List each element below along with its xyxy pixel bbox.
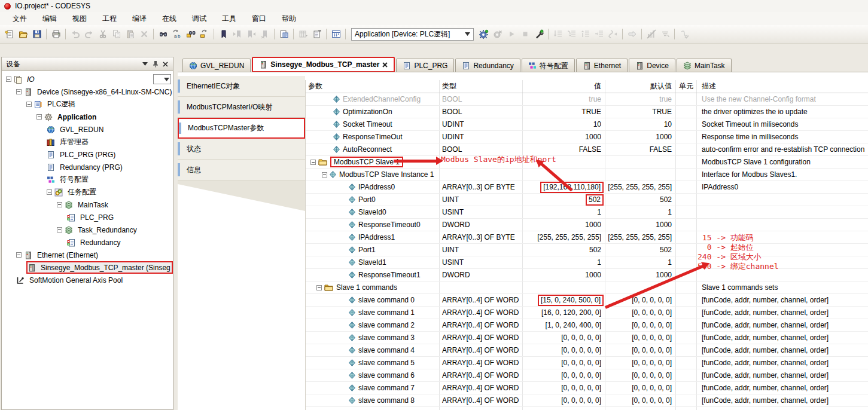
- collapse-icon[interactable]: [57, 227, 62, 232]
- param-row-slave-command-4[interactable]: slave command 4ARRAY[0..4] OF WORD[0, 0,…: [306, 344, 868, 357]
- tree-item-plc-prg-prg[interactable]: PLC_PRG (PRG): [2, 148, 173, 161]
- collapse-icon[interactable]: [36, 114, 42, 120]
- panel-menu-icon[interactable]: [140, 59, 150, 69]
- find-in-files-icon[interactable]: [184, 27, 197, 41]
- tab-sinsegye-modbus-tcp-master[interactable]: Sinsegye_Modbus_TCP_master: [252, 57, 395, 72]
- column-header-描述[interactable]: 描述: [696, 80, 868, 93]
- param-value-cell[interactable]: 1: [522, 256, 605, 268]
- dialog-tab-信息[interactable]: 信息: [178, 160, 305, 180]
- param-value-cell[interactable]: [0, 0, 0, 0, 0]: [522, 394, 605, 406]
- collapse-icon[interactable]: [47, 189, 52, 195]
- tree-item-redundancy-prg[interactable]: Redundancy (PRG): [2, 161, 173, 173]
- menu-工具[interactable]: 工具: [214, 12, 244, 26]
- collapse-icon[interactable]: [322, 172, 327, 178]
- tree-item-符号配置[interactable]: 符号配置: [2, 173, 173, 186]
- param-row-ipaddress0[interactable]: IPAddress0ARRAY[0..3] OF BYTE[192,168,11…: [306, 181, 868, 194]
- param-value-cell[interactable]: 10: [522, 118, 605, 130]
- tree-item-gvl-redun[interactable]: GVL_REDUN: [2, 123, 173, 136]
- menu-窗口[interactable]: 窗口: [244, 12, 274, 26]
- dialog-tab-ethernetiec对象[interactable]: EthernetIEC对象: [178, 76, 305, 97]
- pin-icon[interactable]: [150, 59, 160, 69]
- menu-调试[interactable]: 调试: [184, 12, 214, 26]
- collapse-icon[interactable]: [6, 77, 11, 82]
- find-icon[interactable]: [156, 27, 170, 41]
- param-value-cell[interactable]: 502: [522, 194, 605, 206]
- param-value-cell[interactable]: [0, 0, 0, 0, 0]: [522, 357, 605, 369]
- tree-item-库管理器[interactable]: 库管理器: [2, 136, 173, 148]
- param-value-cell[interactable]: [522, 156, 605, 168]
- login-icon[interactable]: [477, 27, 491, 41]
- column-header-类型[interactable]: 类型: [439, 80, 522, 93]
- tree-item-任务配置[interactable]: 任务配置: [2, 186, 173, 198]
- menu-文件[interactable]: 文件: [5, 12, 35, 26]
- param-row-slave-command-0[interactable]: slave command 0ARRAY[0..4] OF WORD[15, 0…: [306, 294, 868, 307]
- tab-device[interactable]: Device: [629, 59, 675, 72]
- tree-item-plc-prg[interactable]: PLC_PRG: [2, 211, 173, 224]
- collapse-icon[interactable]: [26, 102, 32, 107]
- param-value-cell[interactable]: [1, 0, 240, 400, 0]: [522, 319, 605, 331]
- tab-plc-prg[interactable]: PLC_PRG: [396, 59, 454, 72]
- close-icon[interactable]: [160, 59, 170, 69]
- collapse-icon[interactable]: [316, 285, 322, 290]
- app-selector-combo[interactable]: Application [Device: PLC逻辑]: [351, 28, 474, 41]
- tree-item-redundancy[interactable]: Redundancy: [2, 236, 173, 249]
- param-value-cell[interactable]: TRUE: [522, 106, 605, 118]
- replace-icon[interactable]: ab: [170, 27, 184, 41]
- param-row-slave-command-2[interactable]: slave command 2ARRAY[0..4] OF WORD[1, 0,…: [306, 319, 868, 332]
- menu-帮助[interactable]: 帮助: [274, 12, 304, 26]
- column-header-值[interactable]: 值: [522, 80, 605, 93]
- param-value-cell[interactable]: [255, 255, 255, 255]: [522, 231, 605, 243]
- tab-redundancy[interactable]: Redundancy: [455, 59, 520, 72]
- menu-编译[interactable]: 编译: [124, 12, 154, 26]
- tree-item-ethernet-ethernet[interactable]: Ethernet (Ethernet): [2, 249, 173, 261]
- param-row-ipaddress1[interactable]: IPAddress1ARRAY[0..3] OF BYTE[255, 255, …: [306, 231, 868, 244]
- tree-item-io[interactable]: IO: [2, 73, 173, 85]
- param-row-responsetimeout[interactable]: ResponseTimeOutUDINT10001000Response tim…: [306, 131, 868, 143]
- debug-settings-icon[interactable]: [532, 27, 546, 41]
- menu-编辑[interactable]: 编辑: [35, 12, 65, 26]
- param-value-cell[interactable]: [192,168,110,180]: [522, 181, 605, 193]
- param-value-cell[interactable]: [0, 0, 0, 0, 0]: [522, 332, 605, 344]
- param-row-slave-command-1[interactable]: slave command 1ARRAY[0..4] OF WORD[16, 0…: [306, 307, 868, 319]
- param-row-autoreconnect[interactable]: AutoReconnectBOOLFALSEFALSEauto-confirm …: [306, 143, 868, 156]
- param-value-cell[interactable]: [522, 169, 605, 180]
- param-row-slaveid1[interactable]: SlaveId1USINT11: [306, 256, 868, 269]
- save-icon[interactable]: [30, 27, 44, 41]
- tree-item-application[interactable]: Application: [2, 111, 173, 123]
- param-value-cell[interactable]: [0, 0, 0, 0, 0]: [522, 369, 605, 381]
- menu-视图[interactable]: 视图: [65, 12, 95, 26]
- column-header-单元[interactable]: 单元: [675, 80, 696, 93]
- tree-item-device-sinsegye-x86-64-linux-sm-cnc[interactable]: Device (Sinsegye-x86_64-Linux-SM-CNC): [2, 85, 173, 98]
- dialog-tab-状态[interactable]: 状态: [178, 139, 305, 160]
- dialog-tab-modbustcpmasteri-o映射[interactable]: ModbusTCPMasterI/O映射: [178, 97, 305, 118]
- param-value-cell[interactable]: true: [522, 93, 605, 105]
- menu-工程[interactable]: 工程: [95, 12, 124, 26]
- tree-item-sinsegye-modbus-tcp-master-sinseg[interactable]: Sinsegye_Modbus_TCP_master (Sinseg: [2, 261, 173, 274]
- param-row-port0[interactable]: Port0UINT502502: [306, 194, 868, 206]
- print-icon[interactable]: [49, 27, 63, 41]
- param-value-cell[interactable]: [0, 0, 0, 0, 0]: [522, 382, 605, 394]
- param-row-optimizationon[interactable]: OptimizationOnBOOLTRUETRUEthe driver opt…: [306, 106, 868, 118]
- dialog-tab-modbustcpmaster参数[interactable]: ModbusTCPMaster参数: [178, 118, 305, 139]
- new-object-icon[interactable]: [310, 27, 324, 41]
- param-row-responsetimeout0[interactable]: ResponseTimeout0DWORD10001000: [306, 219, 868, 231]
- tab-符号配置[interactable]: 符号配置: [522, 59, 575, 72]
- param-row-extendedchannelconfig[interactable]: ExtendedChannelConfigBOOLtruetrueUse the…: [306, 93, 868, 106]
- collapse-icon[interactable]: [310, 160, 316, 165]
- library-manager-icon[interactable]: [277, 27, 291, 41]
- bookmark-icon[interactable]: [217, 27, 230, 41]
- param-value-cell[interactable]: [15, 0, 240, 500, 0]: [522, 294, 605, 306]
- collapse-icon[interactable]: [16, 89, 22, 94]
- param-value-cell[interactable]: 1000: [522, 219, 605, 231]
- param-value-cell[interactable]: [0, 0, 0, 0, 0]: [522, 344, 605, 356]
- tree-item-task-redundancy[interactable]: Task_Redundancy: [2, 224, 173, 236]
- param-row-port1[interactable]: Port1UINT502502: [306, 244, 868, 256]
- param-row-modbustcp-slave-1[interactable]: ModbusTCP Slave 1ModbusTCP Slave 1 confi…: [306, 156, 868, 169]
- param-row-responsetimeout1[interactable]: ResponseTimeout1DWORD10001000: [306, 269, 868, 282]
- column-header-默认值[interactable]: 默认值: [605, 80, 675, 93]
- tab-maintask[interactable]: MainTask: [677, 59, 732, 72]
- column-header-参数[interactable]: 参数: [306, 80, 439, 93]
- param-value-cell[interactable]: [522, 282, 605, 293]
- tree-filter-dropdown[interactable]: [153, 74, 171, 84]
- param-row-slave-command-8[interactable]: slave command 8ARRAY[0..4] OF WORD[0, 0,…: [306, 394, 868, 407]
